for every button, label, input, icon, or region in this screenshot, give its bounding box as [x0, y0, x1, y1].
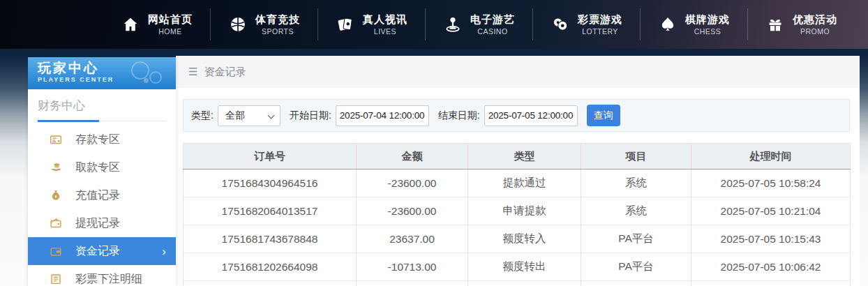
nav-label-en: CHESS: [685, 27, 730, 36]
end-date-input[interactable]: [484, 105, 578, 126]
sidebar-item-label: 资金记录: [75, 244, 120, 259]
funds-record-table: 订单号 金额 类型 项目 处理时间 1751684304964516 -2360…: [183, 143, 850, 286]
order-id-cell: 1751682064013517: [184, 197, 357, 225]
top-navigation: 网站首页 HOME 体育竞技 SPORTS 真人视讯 LIVES 电子游艺 CA…: [0, 0, 868, 49]
sidebar-item-label: 存款专区: [75, 133, 120, 147]
nav-label-zh: 彩票游戏: [578, 13, 622, 25]
project-cell: 系统: [581, 197, 691, 225]
amount-cell: -10713.00: [357, 253, 468, 281]
page-title: 资金记录: [204, 66, 246, 79]
sidebar-menu-item[interactable]: 存款专区: [28, 126, 176, 153]
wallet-icon: [48, 216, 63, 231]
moneybag-icon: [48, 188, 63, 203]
nav-label-en: HOME: [148, 27, 193, 36]
type-cell: 申请提款: [468, 197, 581, 225]
nav-label-zh: 真人视讯: [363, 13, 407, 25]
sidebar-menu-item[interactable]: 提现记录: [28, 209, 176, 237]
nav-item[interactable]: 优惠活动 PROMO: [747, 8, 855, 40]
start-date-label: 开始日期:: [290, 110, 331, 122]
table-row: 1751681202664098 -10713.00 额度转出 PA平台 202…: [184, 253, 851, 281]
lottery-balls-icon: [551, 15, 570, 34]
section-divider: [38, 120, 166, 121]
sidebar-item-label: 提现记录: [75, 216, 120, 231]
sidebar-menu-item[interactable]: 彩票下注明细: [28, 265, 176, 286]
table-row: 1751681743678848 23637.00 额度转入 PA平台 2025…: [184, 225, 851, 253]
nav-label-zh: 网站首页: [148, 13, 193, 25]
processed-time-cell: 2025-07-05 10:15:43: [691, 225, 851, 253]
nav-item[interactable]: 体育竞技 SPORTS: [210, 8, 317, 40]
nav-label-zh: 优惠活动: [793, 13, 837, 25]
sidebar-menu-item[interactable]: 资金记录 ›: [28, 237, 176, 265]
nav-label-en: PROMO: [793, 27, 837, 36]
deposit-card-icon: [48, 132, 63, 147]
processed-time-cell: 2025-07-05 10:21:04: [691, 197, 851, 225]
amount-cell: 23637.00: [357, 225, 468, 253]
order-id-cell: 1751684304964516: [184, 170, 357, 197]
type-cell: 额度转出: [468, 253, 581, 281]
nav-label-en: LOTTERY: [578, 27, 622, 36]
playing-cards-icon: [336, 15, 355, 34]
joystick-icon: [443, 15, 463, 34]
processed-time-cell: 2025-07-05 10:06:42: [691, 253, 851, 281]
start-date-input[interactable]: [336, 105, 429, 126]
gamepad-decoration-icon: [128, 60, 170, 89]
column-header: 项目: [581, 144, 691, 170]
nav-item[interactable]: 棋牌游戏 CHESS: [640, 8, 747, 40]
sidebar-item-label: 取款专区: [75, 160, 120, 175]
sidebar-section-title: 财务中心: [38, 98, 166, 114]
chevron-down-icon: [267, 112, 274, 119]
table-row: 1751682064013517 -23600.00 申请提款 系统 2025-…: [184, 197, 851, 225]
nav-label-zh: 体育竞技: [255, 13, 300, 25]
nav-item[interactable]: 网站首页 HOME: [103, 8, 210, 40]
sidebar-item-label: 彩票下注明细: [75, 272, 142, 286]
table-row: 1751684304964516 -23600.00 提款通过 系统 2025-…: [184, 170, 851, 197]
hamburger-icon[interactable]: ☰: [188, 66, 197, 78]
nav-item[interactable]: 真人视讯 LIVES: [317, 8, 425, 40]
sidebar-menu-item[interactable]: 取款专区: [28, 153, 176, 181]
spade-icon: [658, 15, 678, 34]
type-cell: 额度转入: [468, 225, 581, 253]
sports-ball-icon: [228, 15, 248, 34]
withdraw-hand-icon: [48, 160, 63, 175]
sidebar-item-label: 充值记录: [75, 188, 120, 203]
sidebar: 玩家中心 PLAYERS CENTER 财务中心 存款专区 取款专区 充值记录: [28, 57, 176, 286]
nav-label-en: LIVES: [363, 27, 407, 36]
order-id-cell: 1751681743678848: [184, 225, 357, 253]
type-cell: 提款通过: [468, 170, 581, 197]
nav-item[interactable]: 电子游艺 CASINO: [425, 8, 532, 40]
table-row-partial: [184, 281, 851, 286]
column-header: 类型: [468, 144, 581, 170]
breadcrumb-bar: ☰ 资金记录: [176, 56, 860, 88]
type-select[interactable]: 全部: [218, 105, 280, 126]
search-button[interactable]: 查询: [587, 105, 620, 126]
sidebar-menu-item[interactable]: 充值记录: [28, 181, 176, 209]
column-header: 金额: [357, 144, 468, 170]
column-header: 订单号: [184, 144, 357, 170]
column-header: 处理时间: [691, 144, 851, 170]
type-label: 类型:: [191, 110, 214, 122]
table-header-row: 订单号 金额 类型 项目 处理时间: [184, 144, 851, 170]
amount-cell: -23600.00: [357, 197, 468, 225]
nav-label-zh: 电子游艺: [470, 13, 515, 25]
gift-icon: [765, 15, 785, 34]
chevron-right-icon: ›: [162, 246, 166, 257]
home-icon: [121, 15, 140, 34]
processed-time-cell: 2025-07-05 10:58:24: [691, 170, 851, 197]
project-cell: 系统: [581, 170, 691, 197]
type-select-value: 全部: [225, 110, 245, 122]
order-id-cell: 1751681202664098: [184, 253, 357, 281]
nav-label-en: CASINO: [470, 27, 515, 36]
filter-bar: 类型: 全部 开始日期: 结束日期: 查询: [183, 99, 850, 132]
amount-cell: -23600.00: [357, 170, 468, 197]
sidebar-menu: 存款专区 取款专区 充值记录 提现记录: [28, 126, 176, 286]
project-cell: PA平台: [581, 225, 691, 253]
sidebar-header: 玩家中心 PLAYERS CENTER: [28, 57, 176, 89]
purse-icon: [48, 243, 63, 259]
nav-label-zh: 棋牌游戏: [685, 13, 730, 25]
nav-label-en: SPORTS: [255, 27, 300, 36]
nav-item[interactable]: 彩票游戏 LOTTERY: [532, 8, 640, 40]
project-cell: PA平台: [581, 253, 691, 281]
document-icon: [48, 271, 63, 286]
end-date-label: 结束日期:: [438, 110, 480, 122]
